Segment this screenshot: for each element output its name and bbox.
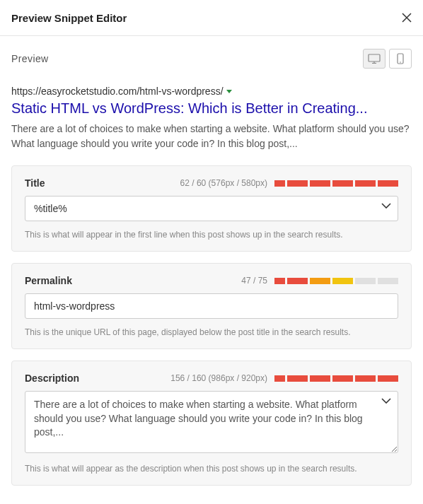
preview-url: https://easyrocketstudio.com/html-vs-wor… (11, 86, 224, 97)
preview-description: There are a lot of choices to make when … (11, 122, 412, 151)
description-textarea[interactable] (25, 391, 398, 453)
permalink-stats: 47 / 75 (241, 276, 267, 286)
permalink-score-bars (274, 278, 398, 284)
description-score-bars (274, 375, 398, 382)
title-stats: 62 / 60 (576px / 580px) (180, 178, 267, 188)
description-stats: 156 / 160 (986px / 920px) (170, 373, 267, 383)
mobile-toggle-button[interactable] (389, 49, 412, 69)
chevron-down-icon (381, 398, 391, 404)
mobile-icon (397, 53, 404, 64)
svg-point-4 (400, 61, 401, 63)
title-label: Title (25, 177, 45, 189)
desktop-icon (368, 54, 381, 64)
close-icon (402, 13, 412, 23)
title-expand-button[interactable] (381, 203, 391, 209)
dialog-header: Preview Snippet Editor (0, 0, 423, 36)
close-button[interactable] (402, 10, 412, 25)
permalink-help-text: This is the unique URL of this page, dis… (25, 327, 398, 337)
dialog-body: Preview https://easyrocketstudio.com/htm… (0, 36, 423, 504)
chevron-down-icon (381, 203, 391, 209)
title-score-bars (274, 180, 398, 187)
device-toggle-group (363, 49, 412, 69)
desktop-toggle-button[interactable] (363, 49, 386, 69)
preview-label: Preview (11, 53, 49, 64)
title-help-text: This is what will appear in the first li… (25, 230, 398, 240)
description-label: Description (25, 373, 79, 384)
svg-rect-0 (369, 54, 380, 61)
preview-header: Preview (11, 49, 412, 69)
preview-url-row: https://easyrocketstudio.com/html-vs-wor… (11, 86, 412, 97)
description-help-text: This is what will appear as the descript… (25, 464, 398, 474)
permalink-field-box: Permalink 47 / 75 This is the unique URL… (11, 263, 412, 349)
description-field-box: Description 156 / 160 (986px / 920px) Th… (11, 361, 412, 486)
title-field-box: Title 62 / 60 (576px / 580px) This is wh… (11, 165, 412, 252)
description-expand-button[interactable] (381, 398, 391, 404)
preview-title: Static HTML vs WordPress: Which is Bette… (11, 99, 412, 117)
permalink-input[interactable] (25, 293, 398, 319)
dialog-title: Preview Snippet Editor (11, 12, 127, 24)
url-dropdown-icon[interactable] (226, 90, 232, 93)
search-preview: https://easyrocketstudio.com/html-vs-wor… (11, 86, 412, 151)
title-input[interactable] (25, 196, 398, 221)
permalink-label: Permalink (25, 275, 72, 286)
